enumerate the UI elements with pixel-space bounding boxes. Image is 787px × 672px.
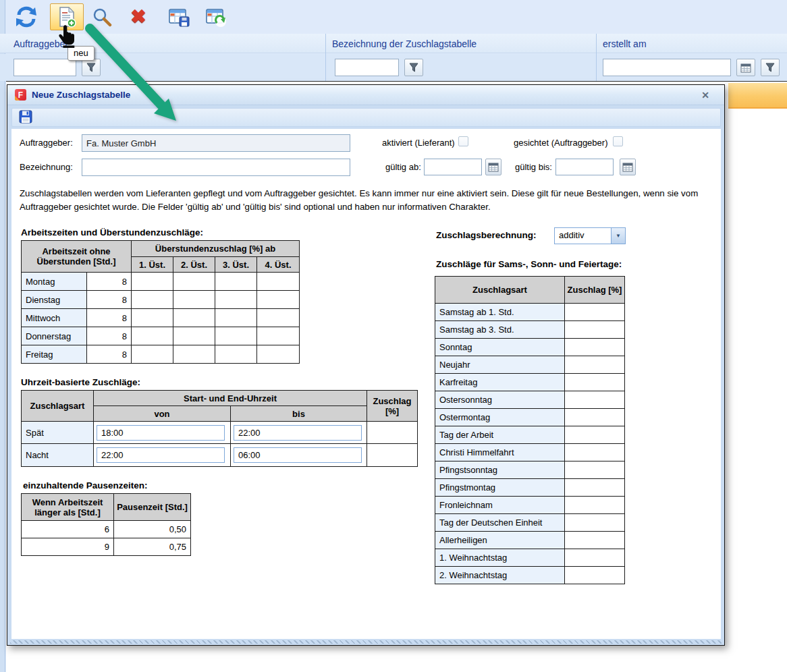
uest-cell[interactable] bbox=[257, 273, 300, 291]
holiday-value-cell[interactable] bbox=[565, 461, 625, 479]
hours-cell[interactable]: 8 bbox=[87, 273, 132, 291]
calc-dropdown[interactable]: additiv ▼ bbox=[554, 227, 626, 244]
uest-cell[interactable] bbox=[257, 345, 300, 364]
save-button[interactable] bbox=[19, 110, 34, 125]
bezeichnung-field[interactable] bbox=[82, 159, 350, 176]
hours-cell[interactable]: 8 bbox=[87, 291, 132, 309]
gueltig-ab-field[interactable] bbox=[424, 159, 482, 175]
holiday-value-cell[interactable] bbox=[565, 444, 625, 461]
gueltig-bis-field[interactable] bbox=[555, 159, 614, 175]
uest-cell[interactable] bbox=[257, 327, 300, 345]
auftraggeber-field[interactable] bbox=[82, 134, 350, 152]
uest-cell[interactable] bbox=[215, 273, 257, 291]
von-time-field[interactable] bbox=[97, 447, 225, 463]
pause-cell[interactable]: 0,75 bbox=[114, 538, 191, 556]
threshold-cell[interactable]: 9 bbox=[22, 538, 114, 556]
window-left-border bbox=[0, 0, 5, 672]
hours-cell[interactable]: 8 bbox=[87, 327, 132, 345]
holiday-value-cell[interactable] bbox=[565, 426, 625, 444]
holiday-value-cell[interactable] bbox=[565, 374, 625, 391]
bis-time-field[interactable] bbox=[234, 447, 362, 463]
holiday-value-cell[interactable] bbox=[565, 532, 625, 549]
uest-cell[interactable] bbox=[215, 291, 257, 309]
worktime-table: Arbeitszeit ohne Überstunden [Std.] Über… bbox=[21, 240, 300, 364]
holiday-value-cell[interactable] bbox=[565, 304, 625, 321]
uest-cell[interactable] bbox=[215, 309, 257, 327]
holiday-label: Allerheiligen bbox=[435, 532, 565, 549]
uest-cell[interactable] bbox=[173, 309, 215, 327]
day-label: Montag bbox=[22, 273, 87, 291]
holiday-value-cell[interactable] bbox=[565, 514, 625, 532]
refresh-button[interactable] bbox=[13, 5, 39, 28]
worktime-subcol: 3. Üst. bbox=[215, 257, 257, 273]
uest-cell[interactable] bbox=[257, 291, 300, 309]
aktiviert-label: aktiviert (Lieferant) bbox=[382, 138, 455, 148]
table-row: Ostermontag bbox=[435, 409, 625, 426]
aktiviert-checkbox[interactable] bbox=[458, 136, 468, 146]
holiday-value-cell[interactable] bbox=[565, 549, 625, 567]
uest-cell[interactable] bbox=[173, 273, 215, 291]
holiday-value-cell[interactable] bbox=[565, 497, 625, 514]
calc-dropdown-value: additiv bbox=[555, 228, 611, 244]
zuschlag-cell[interactable] bbox=[367, 422, 418, 444]
dialog-titlebar[interactable]: F Neue Zuschlagstabelle ✕ bbox=[7, 85, 724, 105]
filter-button-auftraggeber[interactable] bbox=[82, 59, 101, 76]
holiday-value-cell[interactable] bbox=[565, 391, 625, 409]
gueltig-bis-calendar-button[interactable] bbox=[620, 159, 636, 175]
dialog-resize-grip[interactable] bbox=[10, 640, 722, 644]
hours-cell[interactable]: 8 bbox=[87, 309, 132, 327]
uest-cell[interactable] bbox=[173, 291, 215, 309]
dialog-title: Neue Zuschlagstabelle bbox=[32, 90, 130, 100]
uest-cell[interactable] bbox=[132, 327, 173, 345]
uest-cell[interactable] bbox=[173, 327, 215, 345]
day-label: Freitag bbox=[22, 345, 87, 364]
pause-cell[interactable]: 0,50 bbox=[114, 521, 191, 538]
uest-cell[interactable] bbox=[132, 273, 173, 291]
gueltig-ab-label: gültig ab: bbox=[385, 162, 421, 172]
filter-button-bezeichnung[interactable] bbox=[404, 59, 423, 76]
uest-cell[interactable] bbox=[257, 309, 300, 327]
holiday-value-cell[interactable] bbox=[565, 409, 625, 426]
date-picker-button-erstellt-am[interactable] bbox=[736, 59, 755, 76]
uest-cell[interactable] bbox=[215, 327, 257, 345]
worktime-subcol: 4. Üst. bbox=[257, 257, 300, 273]
zuschlag-cell[interactable] bbox=[367, 444, 418, 467]
von-time-field[interactable] bbox=[97, 425, 225, 441]
column-header-erstellt-am[interactable]: erstellt am bbox=[603, 38, 647, 49]
filter-input-erstellt-am[interactable] bbox=[603, 59, 731, 76]
gueltig-ab-calendar-button[interactable] bbox=[485, 159, 501, 175]
uest-cell[interactable] bbox=[132, 291, 173, 309]
holiday-value-cell[interactable] bbox=[565, 567, 625, 584]
uest-cell[interactable] bbox=[215, 345, 257, 364]
save-layout-button[interactable] bbox=[167, 7, 191, 28]
close-icon[interactable]: ✕ bbox=[699, 88, 712, 102]
holiday-col-art: Zuschlagsart bbox=[435, 277, 565, 304]
chevron-down-icon[interactable]: ▼ bbox=[611, 228, 625, 244]
filter-input-bezeichnung[interactable] bbox=[335, 59, 399, 76]
uest-cell[interactable] bbox=[132, 345, 173, 364]
time-col-group: Start- und End-Uhrzeit bbox=[94, 391, 367, 406]
holiday-label: Christi Himmelfahrt bbox=[435, 444, 565, 461]
hours-cell[interactable]: 8 bbox=[87, 345, 132, 364]
holiday-value-cell[interactable] bbox=[565, 321, 625, 339]
threshold-cell[interactable]: 6 bbox=[22, 521, 114, 538]
bis-time-field[interactable] bbox=[234, 425, 362, 441]
column-header-bezeichnung[interactable]: Bezeichnung der Zuschlagstabelle bbox=[332, 38, 477, 49]
holiday-value-cell[interactable] bbox=[565, 356, 625, 374]
time-col-art: Zuschlagsart bbox=[22, 391, 94, 422]
filter-input-auftraggeber[interactable] bbox=[13, 59, 76, 76]
time-col-von: von bbox=[94, 406, 231, 422]
refresh-icon bbox=[16, 6, 37, 28]
gesichtet-checkbox[interactable] bbox=[613, 136, 623, 146]
export-table-button[interactable] bbox=[204, 7, 228, 28]
search-button[interactable] bbox=[90, 7, 113, 28]
delete-button[interactable]: ✖ bbox=[127, 5, 150, 28]
filter-button-erstellt-am[interactable] bbox=[761, 59, 780, 76]
delete-x-icon: ✖ bbox=[130, 7, 146, 26]
selected-grid-row[interactable] bbox=[728, 83, 787, 109]
uest-cell[interactable] bbox=[132, 309, 173, 327]
table-row: Pfingstmontag bbox=[435, 479, 625, 497]
uest-cell[interactable] bbox=[173, 345, 215, 364]
holiday-value-cell[interactable] bbox=[565, 479, 625, 497]
holiday-value-cell[interactable] bbox=[565, 339, 625, 356]
